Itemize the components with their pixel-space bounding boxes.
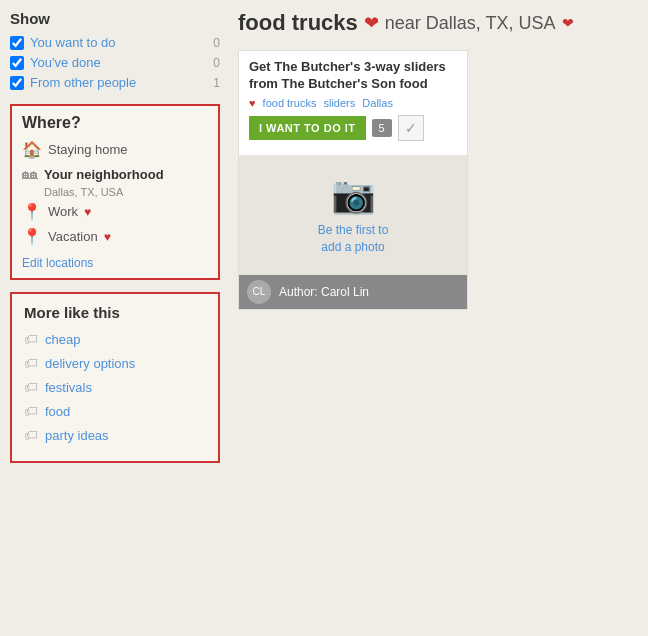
neighborhood-sublabel: Dallas, TX, USA [44, 186, 208, 198]
title-heart-icon: ❤ [364, 12, 379, 34]
photo-line2: add a photo [321, 240, 384, 254]
where-section: Where? 🏠 Staying home 🏘 Your neighborhoo… [10, 104, 220, 280]
tag-label-food: food [45, 404, 70, 419]
neighborhood-label: Your neighborhood [44, 167, 164, 182]
checkbox-done[interactable] [10, 56, 24, 70]
page-title: food trucks [238, 10, 358, 36]
tag-label-festivals: festivals [45, 380, 92, 395]
more-like-section: More like this 🏷 cheap 🏷 delivery option… [10, 292, 220, 463]
checkbox-others-count: 1 [206, 76, 220, 90]
checkbox-want-count: 0 [206, 36, 220, 50]
show-label: Show [10, 10, 220, 27]
want-to-do-button[interactable]: I WANT TO DO IT [249, 116, 366, 140]
tag-label-party: party ideas [45, 428, 109, 443]
location-work[interactable]: 📍 Work ♥ [22, 202, 208, 221]
checkbox-row-done: You've done 0 [10, 55, 220, 70]
checkbox-done-label: You've done [30, 55, 200, 70]
tag-party-ideas[interactable]: 🏷 party ideas [24, 427, 206, 443]
photo-area[interactable]: 📷 Be the first to add a photo [239, 155, 467, 275]
photo-line1: Be the first to [318, 223, 389, 237]
tag-icon-party: 🏷 [24, 427, 38, 443]
author-avatar: CL [247, 280, 271, 304]
checkbox-others[interactable] [10, 76, 24, 90]
page-title-area: food trucks ❤ near Dallas, TX, USA ❤ [238, 10, 638, 36]
checkbox-row-others: From other people 1 [10, 75, 220, 90]
checkbox-want-label: You want to do [30, 35, 200, 50]
tag-icon-delivery: 🏷 [24, 355, 38, 371]
show-section: Show You want to do 0 You've done 0 From… [10, 10, 220, 90]
tag-cheap[interactable]: 🏷 cheap [24, 331, 206, 347]
card-tag-1[interactable]: food trucks [263, 97, 317, 109]
want-count-badge: 5 [372, 119, 392, 137]
vacation-icon: 📍 [22, 227, 42, 246]
card-footer: CL Author: Carol Lin [239, 275, 467, 309]
card-actions: I WANT TO DO IT 5 ✓ [249, 115, 457, 141]
card-title-line1: Get The Butcher's 3-way sliders [249, 59, 446, 74]
card-tags-heart: ♥ [249, 97, 256, 109]
tag-icon-food: 🏷 [24, 403, 38, 419]
work-heart-icon: ♥ [84, 205, 91, 219]
sidebar: Show You want to do 0 You've done 0 From… [10, 10, 220, 626]
location-vacation[interactable]: 📍 Vacation ♥ [22, 227, 208, 246]
card-tags: ♥ food trucks sliders Dallas [249, 97, 457, 109]
staying-home-label: Staying home [48, 142, 128, 157]
checkbox-done-count: 0 [206, 56, 220, 70]
more-like-this-label: More like this [24, 304, 206, 321]
tag-icon-cheap: 🏷 [24, 331, 38, 347]
card-title-line2: from The Butcher's Son food [249, 76, 428, 91]
where-label: Where? [22, 114, 208, 132]
work-icon: 📍 [22, 202, 42, 221]
activity-card: Get The Butcher's 3-way sliders from The… [238, 50, 468, 310]
edit-locations-link[interactable]: Edit locations [22, 256, 93, 270]
tag-delivery[interactable]: 🏷 delivery options [24, 355, 206, 371]
check-button[interactable]: ✓ [398, 115, 424, 141]
tag-icon-festivals: 🏷 [24, 379, 38, 395]
tag-label-delivery: delivery options [45, 356, 135, 371]
camera-icon: 📷 [331, 174, 376, 216]
work-label: Work [48, 204, 78, 219]
near-text: near Dallas, TX, USA [385, 13, 556, 34]
card-tag-3[interactable]: Dallas [362, 97, 393, 109]
vacation-heart-icon: ♥ [104, 230, 111, 244]
author-name: Author: Carol Lin [279, 285, 369, 299]
vacation-label: Vacation [48, 229, 98, 244]
neighborhood-icon: 🏘 [22, 165, 38, 183]
tag-festivals[interactable]: 🏷 festivals [24, 379, 206, 395]
main-content: food trucks ❤ near Dallas, TX, USA ❤ Get… [230, 10, 638, 626]
near-heart-icon: ❤ [562, 15, 574, 31]
tag-label-cheap: cheap [45, 332, 80, 347]
checkbox-row-want: You want to do 0 [10, 35, 220, 50]
home-icon: 🏠 [22, 140, 42, 159]
location-neighborhood[interactable]: 🏘 Your neighborhood [22, 165, 208, 183]
tag-food[interactable]: 🏷 food [24, 403, 206, 419]
checkbox-want[interactable] [10, 36, 24, 50]
checkbox-others-label: From other people [30, 75, 200, 90]
card-tag-2[interactable]: sliders [323, 97, 355, 109]
card-title: Get The Butcher's 3-way sliders from The… [249, 59, 457, 93]
card-header: Get The Butcher's 3-way sliders from The… [239, 51, 467, 155]
location-staying-home[interactable]: 🏠 Staying home [22, 140, 208, 159]
photo-text: Be the first to add a photo [318, 222, 389, 256]
author-initials: CL [253, 286, 266, 297]
